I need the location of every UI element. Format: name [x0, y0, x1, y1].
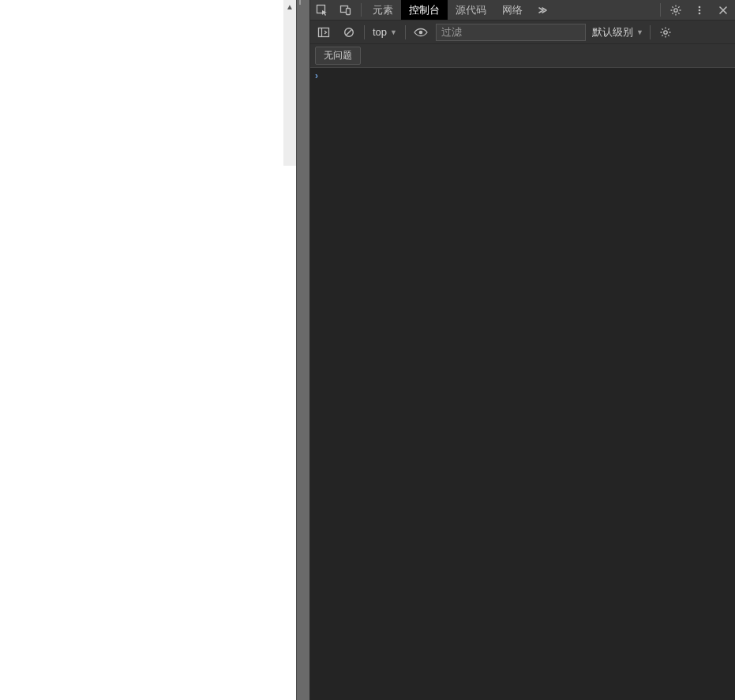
issues-bar: 无问题	[310, 44, 735, 68]
svg-point-4	[699, 6, 701, 8]
separator	[405, 25, 406, 39]
svg-point-6	[699, 12, 701, 14]
more-tabs-icon[interactable]	[531, 0, 554, 20]
console-prompt[interactable]: ›	[310, 68, 735, 84]
tab-network[interactable]: 网络	[494, 0, 531, 20]
toggle-sidebar-icon[interactable]	[313, 24, 334, 41]
svg-point-3	[674, 8, 677, 11]
devtools-panel: 元素 控制台 源代码 网络 top	[310, 0, 735, 700]
level-label: 默认级别	[592, 25, 633, 39]
chevron-right-icon: ›	[315, 70, 318, 81]
console-toolbar: top ▼ 默认级别 ▼	[310, 21, 735, 44]
chevron-down-icon: ▼	[636, 28, 643, 36]
execution-context-select[interactable]: top ▼	[369, 26, 400, 38]
scrollbar-up-icon[interactable]: ▲	[283, 0, 296, 13]
log-level-select[interactable]: 默认级别 ▼	[591, 25, 645, 39]
separator	[660, 3, 661, 17]
separator	[364, 25, 365, 39]
separator	[361, 3, 362, 17]
context-label: top	[373, 26, 387, 38]
filter-input[interactable]	[436, 24, 586, 41]
page-content-area: ▲	[0, 0, 296, 700]
svg-rect-2	[347, 8, 351, 14]
kebab-menu-icon[interactable]	[688, 0, 711, 20]
panel-resizer[interactable]	[296, 0, 310, 700]
inspect-element-icon[interactable]	[310, 0, 334, 20]
issues-label: 无问题	[324, 50, 352, 61]
svg-point-5	[699, 9, 701, 11]
live-expression-icon[interactable]	[411, 24, 431, 41]
svg-rect-7	[319, 28, 329, 36]
separator	[650, 25, 651, 39]
svg-point-12	[664, 30, 667, 33]
close-icon[interactable]	[711, 0, 735, 20]
console-output[interactable]: ›	[310, 68, 735, 700]
tab-label: 控制台	[409, 3, 440, 17]
tab-label: 元素	[373, 3, 393, 17]
svg-line-10	[346, 29, 351, 35]
console-settings-icon[interactable]	[655, 24, 676, 41]
chevron-down-icon: ▼	[390, 28, 397, 36]
tab-sources[interactable]: 源代码	[448, 0, 494, 20]
tab-label: 源代码	[456, 3, 486, 17]
settings-icon[interactable]	[664, 0, 688, 20]
page-scrollbar[interactable]: ▲	[283, 0, 296, 166]
devtools-tabbar: 元素 控制台 源代码 网络	[310, 0, 735, 21]
tab-elements[interactable]: 元素	[365, 0, 401, 20]
device-toolbar-icon[interactable]	[334, 0, 358, 20]
tab-console[interactable]: 控制台	[401, 0, 448, 20]
tab-label: 网络	[502, 3, 523, 17]
svg-point-11	[419, 30, 423, 34]
issues-chip[interactable]: 无问题	[315, 47, 361, 65]
clear-console-icon[interactable]	[339, 24, 359, 41]
